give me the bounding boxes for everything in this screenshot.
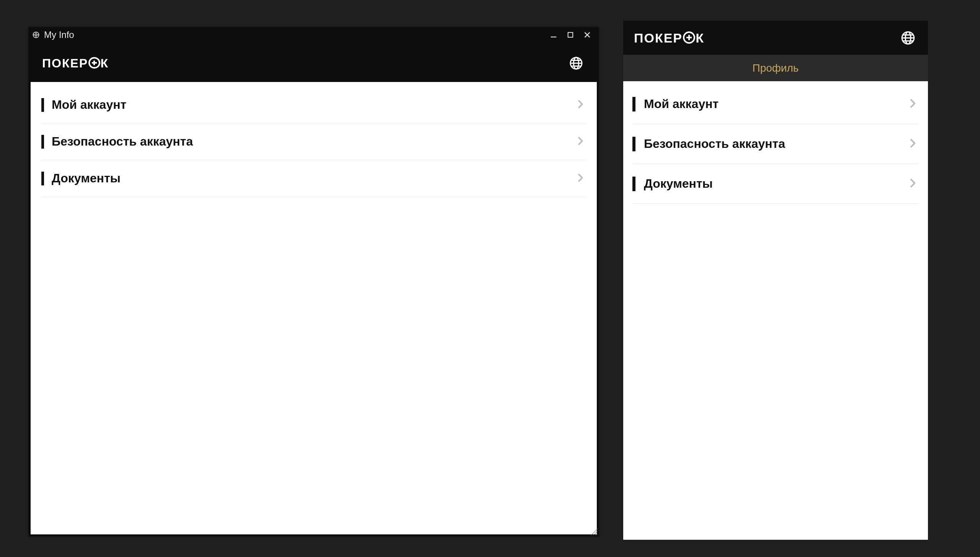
svg-rect-7	[568, 32, 573, 37]
svg-point-1	[35, 34, 37, 36]
brand-logo-o-icon	[683, 31, 695, 44]
globe-icon	[568, 56, 584, 71]
mobile-menu-item-my-account[interactable]: Мой аккаунт	[632, 84, 919, 124]
language-button[interactable]	[567, 54, 585, 72]
chevron-right-icon	[575, 98, 586, 111]
chevron-right-icon	[906, 177, 919, 191]
accent-bar-icon	[41, 172, 44, 185]
mobile-tab-profile[interactable]: Профиль	[623, 55, 928, 81]
accent-bar-icon	[632, 137, 635, 151]
menu-item-label: Документы	[52, 171, 575, 185]
brand-text-left: ПОКЕР	[42, 57, 88, 69]
accent-bar-icon	[632, 177, 635, 191]
brand-logo: ПОКЕР К	[42, 57, 109, 69]
menu-item-label: Безопасность аккаунта	[52, 134, 575, 149]
mobile-menu-item-documents[interactable]: Документы	[632, 164, 919, 204]
menu-item-documents[interactable]: Документы	[41, 160, 586, 197]
content-area: Мой аккаунт Безопасность аккаунта Докуме…	[31, 82, 597, 534]
chevron-right-icon	[906, 97, 919, 111]
menu-item-label: Безопасность аккаунта	[644, 137, 906, 151]
menu-item-label: Мой аккаунт	[644, 97, 906, 111]
brand-text-right: К	[101, 57, 109, 69]
mobile-tab-label: Профиль	[753, 62, 799, 74]
globe-icon	[900, 30, 916, 46]
maximize-icon	[567, 31, 574, 39]
mobile-content-area: Мой аккаунт Безопасность аккаунта Докуме…	[623, 81, 928, 540]
accent-bar-icon	[41, 135, 44, 149]
mobile-menu-item-account-security[interactable]: Безопасность аккаунта	[632, 124, 919, 164]
accent-bar-icon	[632, 97, 635, 111]
mobile-brand-logo: ПОКЕР К	[634, 31, 704, 44]
app-icon	[32, 31, 40, 39]
close-icon	[583, 31, 591, 39]
menu-item-label: Документы	[644, 177, 906, 191]
chevron-right-icon	[906, 137, 919, 151]
mobile-panel: ПОКЕР К Профиль Мой аккаунт	[623, 21, 928, 540]
menu-item-account-security[interactable]: Безопасность аккаунта	[41, 123, 586, 160]
accent-bar-icon	[41, 98, 44, 112]
window-body: ПОКЕР К Мой аккаунт	[29, 42, 599, 536]
menu-item-label: Мой аккаунт	[52, 98, 575, 112]
desktop-window: My Info ПОКЕР К	[29, 27, 599, 536]
brand-text-left: ПОКЕР	[634, 31, 683, 44]
brand-bar: ПОКЕР К	[31, 44, 597, 82]
window-close-button[interactable]	[579, 27, 596, 42]
resize-grip[interactable]	[590, 527, 598, 536]
mobile-brand-bar: ПОКЕР К	[623, 21, 928, 55]
window-minimize-button[interactable]	[545, 27, 562, 42]
window-maximize-button[interactable]	[562, 27, 579, 42]
mobile-language-button[interactable]	[899, 29, 917, 47]
brand-logo-o-icon	[88, 57, 100, 69]
chevron-right-icon	[575, 172, 586, 185]
chevron-right-icon	[575, 135, 586, 148]
brand-text-right: К	[696, 31, 704, 44]
minimize-icon	[549, 31, 558, 39]
window-titlebar[interactable]: My Info	[29, 27, 599, 42]
window-title: My Info	[44, 29, 74, 40]
menu-item-my-account[interactable]: Мой аккаунт	[41, 87, 586, 123]
